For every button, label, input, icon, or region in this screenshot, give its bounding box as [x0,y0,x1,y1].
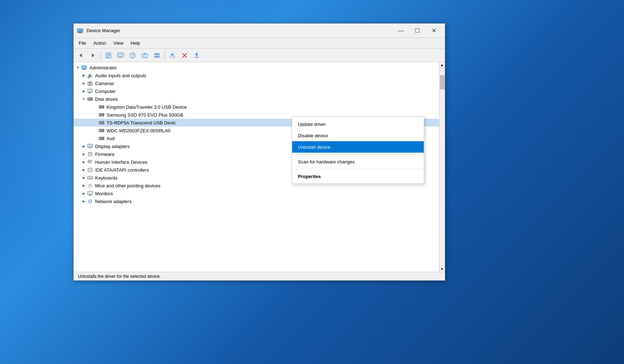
device-manager-button[interactable] [115,50,126,60]
tree-item-computer[interactable]: ▶ Computer [74,87,439,95]
tree-item-monitors[interactable]: ▶ Monitors [74,190,439,197]
svg-point-50 [103,114,104,115]
svg-rect-29 [196,53,197,55]
tree-scrollbar[interactable]: ▲ ▼ [439,62,445,272]
cameras-expand-icon[interactable]: ▶ [81,80,87,86]
svg-rect-65 [88,152,92,156]
status-text: Uninstalls the driver for the selected d… [78,274,161,279]
resources-button[interactable] [139,50,151,60]
toolbar-sep-1 [100,51,101,59]
scan-hardware-toolbar-button[interactable] [151,50,163,60]
context-menu: Update driver Disable device Uninstall d… [292,117,424,184]
scrollbar-down-button[interactable]: ▼ [439,266,444,272]
menu-action[interactable]: Action [90,39,110,47]
download-driver-button[interactable] [191,50,202,60]
root-expand-icon[interactable]: ▼ [75,65,81,70]
svg-rect-21 [154,56,160,57]
svg-rect-75 [90,169,92,170]
tree-item-network[interactable]: ▶ Network adapters [74,197,439,205]
computer-label: Computer [94,89,116,94]
diskdrives-label: Disk drives [94,97,118,102]
tree-item-cameras[interactable]: ▶ Cameras [74,79,439,87]
svg-rect-74 [89,169,90,170]
svg-rect-48 [99,106,102,107]
ctx-separator [292,154,424,154]
content-area: ▼ Administrator ▶ 🔊 Audio inputs and out… [74,62,445,272]
tree-item-diskdrives[interactable]: ▼ Disk drives [74,95,439,103]
menu-file[interactable]: File [75,39,90,47]
network-label: Network adapters [94,199,132,204]
svg-rect-54 [99,122,102,122]
svg-rect-33 [83,69,85,70]
hid-label: Human Interface Devices [94,159,147,165]
svg-marker-24 [171,53,174,55]
kingston-icon [98,104,105,110]
menu-view[interactable]: View [110,39,127,47]
svg-rect-8 [107,54,110,55]
wdc-icon [98,128,105,133]
svg-rect-20 [154,54,160,54]
network-expand-icon[interactable]: ▶ [81,198,87,204]
svg-rect-63 [89,147,91,148]
firmware-expand-icon[interactable]: ▶ [81,151,87,157]
properties-short-button[interactable] [103,50,114,60]
ctx-update-driver[interactable]: Update driver [292,118,424,130]
monitors-label: Monitors [94,191,113,196]
svg-point-43 [91,99,92,100]
svg-rect-77 [88,176,93,179]
keyboards-expand-icon[interactable]: ▶ [81,175,87,181]
tree-item-audio[interactable]: ▶ 🔊 Audio inputs and outputs [74,72,439,79]
forward-button[interactable] [87,50,99,60]
ide-expand-icon[interactable]: ▶ [81,167,87,173]
display-icon [87,143,94,149]
help-button[interactable]: ? [127,50,138,60]
svg-rect-27 [195,57,199,58]
audio-expand-icon[interactable]: ▶ [81,73,87,78]
uninstall-toolbar-button[interactable] [179,50,190,60]
window-title: Device Manager [87,28,393,33]
update-driver-toolbar-button[interactable] [167,50,178,60]
svg-rect-79 [89,177,90,178]
samsung-label: Samsung SSD 970 EVO Plus 500GB [105,112,183,118]
minimize-button[interactable]: — [393,25,409,36]
ctx-properties[interactable]: Properties [292,171,424,182]
cameras-label: Cameras [94,81,114,86]
diskdrives-expand-icon[interactable]: ▼ [81,96,87,102]
ctx-scan-hardware[interactable]: Scan for hardware changes [292,156,424,167]
computer-expand-icon[interactable]: ▶ [81,88,87,94]
svg-text:?: ? [132,54,134,58]
audio-label: Audio inputs and outputs [94,73,146,78]
computer-icon [87,88,94,94]
svg-rect-12 [118,54,123,56]
svg-rect-87 [88,192,92,194]
back-button[interactable] [75,50,87,60]
svg-point-35 [89,83,91,84]
svg-rect-82 [88,178,92,179]
network-icon [87,198,94,204]
maximize-button[interactable]: ☐ [409,25,426,36]
svg-rect-13 [119,57,122,58]
menu-help[interactable]: Help [127,39,144,47]
close-button[interactable]: ✕ [426,25,442,36]
ctx-uninstall-device[interactable]: Uninstall device [292,141,424,153]
svg-marker-5 [79,53,82,58]
tsrdf5a-icon [98,120,105,126]
menu-bar: File Action View Help [74,38,445,49]
mice-expand-icon[interactable]: ▶ [81,183,87,188]
title-bar: DM Device Manager — ☐ ✕ [74,24,445,38]
mice-label: Mice and other pointing devices [94,183,161,188]
mice-icon [87,183,94,188]
scrollbar-thumb[interactable] [440,75,445,89]
display-expand-icon[interactable]: ▶ [81,143,87,149]
svg-rect-60 [99,138,102,138]
svg-rect-18 [143,55,145,56]
tree-item-kingston[interactable]: ▶ Kingston DataTraveler 3.0 USB Device [74,103,439,111]
scrollbar-up-button[interactable]: ▲ [439,62,444,68]
ctx-disable-device[interactable]: Disable device [292,130,424,141]
display-label: Display adapters [94,144,130,149]
hid-expand-icon[interactable]: ▶ [81,159,87,165]
tree-root[interactable]: ▼ Administrator [74,64,439,72]
monitors-expand-icon[interactable]: ▶ [81,191,87,196]
svg-point-56 [103,130,104,131]
svg-rect-40 [89,92,91,93]
